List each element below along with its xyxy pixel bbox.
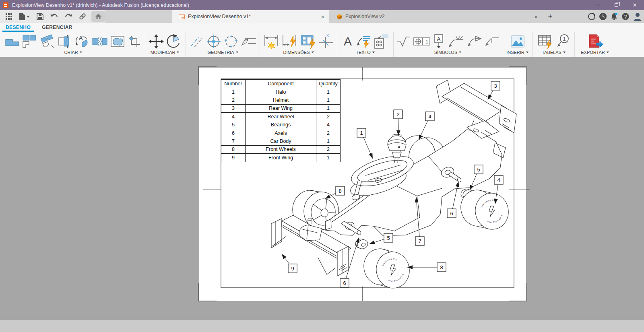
section-criar: A CRIAR	[2, 32, 144, 57]
base-view-button[interactable]	[4, 35, 20, 48]
section-geometria-dropdown[interactable]: GEOMETRIA	[207, 50, 238, 56]
undo-icon	[50, 13, 58, 20]
balloon-number: 1	[360, 130, 363, 136]
parts-table-cell: 4	[221, 113, 246, 121]
parts-table-cell: Axels	[246, 129, 316, 137]
section-dimensoes-dropdown[interactable]: DIMENSÕES	[283, 50, 314, 56]
new-tab-button[interactable]: +	[545, 11, 555, 22]
drawing-canvas[interactable]: Lightning Pro Lightning Pro	[0, 57, 644, 320]
baseline-dimension-button[interactable]: X	[318, 34, 334, 49]
parts-table-header: Number	[221, 80, 246, 88]
parts-table-cell: 2	[221, 96, 246, 104]
section-modificar-dropdown[interactable]: MODIFICAR	[151, 50, 180, 56]
redo-button[interactable]	[63, 11, 74, 22]
note-table-button[interactable]	[373, 34, 389, 49]
auto-dimension-button[interactable]	[281, 34, 297, 49]
notifications-button[interactable]	[610, 12, 618, 21]
section-inserir-dropdown[interactable]: INSERIR	[506, 50, 528, 56]
save-icon	[37, 13, 43, 20]
leader-text-button[interactable]	[356, 34, 371, 49]
auxiliary-view-button[interactable]	[39, 34, 55, 49]
document-tab-inactive[interactable]: ExplosionView v2 ×	[330, 10, 543, 23]
app-grid-button[interactable]	[3, 11, 14, 22]
crop-view-button[interactable]	[127, 35, 142, 48]
parts-table-cell: 2	[316, 145, 341, 153]
dropdown-caret-icon	[372, 52, 375, 53]
section-inserir: INSERIR	[502, 32, 533, 57]
table-button[interactable]	[537, 34, 553, 49]
center-mark-pattern-button[interactable]	[223, 34, 239, 49]
svg-text:1: 1	[563, 36, 566, 41]
toolbar-row: ExplosionView Desenho v1* × ExplosionVie…	[0, 10, 644, 23]
document-tab-active[interactable]: ExplosionView Desenho v1* ×	[172, 10, 329, 23]
parts-table-cell: 2	[316, 129, 341, 137]
section-tabelas-dropdown[interactable]: TABELAS	[542, 50, 566, 56]
center-mark-button[interactable]	[206, 34, 221, 49]
section-texto-dropdown[interactable]: TEXTO	[356, 50, 374, 56]
breakout-view-button[interactable]	[110, 35, 125, 48]
tab-desenho[interactable]: DESENHO	[0, 23, 36, 32]
job-status-button[interactable]	[588, 12, 596, 21]
help-button[interactable]: ?	[621, 12, 630, 21]
section-exportar: EXPORTAR	[575, 32, 615, 57]
undo-button[interactable]	[49, 11, 60, 22]
inactive-tab-close-icon[interactable]: ×	[534, 14, 538, 20]
design-cube-icon	[336, 14, 342, 19]
active-tab-label: ExplosionView Desenho v1*	[188, 14, 251, 19]
ordinate-dimension-button[interactable]	[299, 34, 316, 49]
balloon-number: 6	[450, 210, 453, 217]
file-menu-button[interactable]	[17, 11, 31, 22]
weld-symbol-button[interactable]	[447, 35, 464, 48]
active-tab-close-icon[interactable]: ×	[321, 14, 324, 20]
text-button[interactable]: A	[342, 35, 354, 48]
restore-button[interactable]	[607, 0, 625, 10]
tab-gerenciar[interactable]: GERENCIAR	[36, 23, 78, 32]
link-icon	[79, 13, 86, 20]
move-button[interactable]	[149, 34, 164, 49]
section-criar-dropdown[interactable]: CRIAR	[64, 50, 82, 56]
share-link-button[interactable]	[77, 11, 88, 22]
section-exportar-dropdown[interactable]: EXPORTAR	[581, 50, 609, 56]
profile-button[interactable]	[633, 12, 642, 21]
datum-identifier-button[interactable]: A	[433, 34, 445, 49]
taper-symbol-button[interactable]	[466, 35, 482, 48]
dimension-button[interactable]	[263, 34, 279, 49]
break-view-button[interactable]	[92, 35, 108, 48]
home-button[interactable]	[91, 11, 105, 22]
activity-button[interactable]	[599, 12, 607, 21]
section-view-button[interactable]	[57, 35, 72, 48]
insert-image-button[interactable]	[510, 35, 525, 48]
parts-table-row: 8Front Wheels2	[221, 145, 341, 153]
parts-table-header: Quantity	[316, 80, 341, 88]
feature-control-frame-button[interactable]: .1	[413, 36, 431, 47]
svg-text:X: X	[326, 34, 329, 37]
parts-table-cell: Bearings	[246, 121, 316, 129]
detail-view-button[interactable]: A	[74, 34, 90, 49]
export-pdf-button[interactable]	[587, 34, 603, 49]
parts-table-row: 2Helmet1	[221, 96, 341, 104]
surface-finish-button[interactable]	[396, 35, 411, 48]
dropdown-caret-icon	[177, 52, 179, 53]
restore-icon	[615, 3, 618, 7]
balloon-number: 4	[428, 113, 431, 120]
edge-extension-button[interactable]	[241, 35, 257, 48]
close-button[interactable]: ×	[625, 0, 644, 10]
rotate-button[interactable]	[166, 34, 181, 49]
section-modificar: MODIFICAR	[144, 32, 186, 57]
save-button[interactable]	[35, 11, 45, 22]
edge-symbol-button[interactable]	[484, 35, 500, 48]
parts-table-cell: 1	[316, 104, 341, 112]
parts-table-cell: 1	[316, 96, 341, 104]
balloon-button[interactable]: 1	[555, 34, 570, 49]
balloon-number: 2	[396, 111, 399, 118]
centerline-button[interactable]	[189, 35, 204, 48]
parts-table-cell: Car Body	[246, 137, 316, 145]
section-simbolos-dropdown[interactable]: SÍMBOLOS	[434, 50, 461, 56]
balloon-number: 7	[418, 238, 421, 244]
minimize-button[interactable]	[588, 0, 607, 10]
balloon-number: 3	[494, 83, 497, 89]
dropdown-caret-icon	[563, 52, 566, 53]
parts-table[interactable]: NumberComponentQuantity 1Halo12Helmet13R…	[221, 79, 341, 162]
drawing-doc-icon	[179, 14, 185, 19]
projected-view-button[interactable]	[22, 34, 37, 49]
